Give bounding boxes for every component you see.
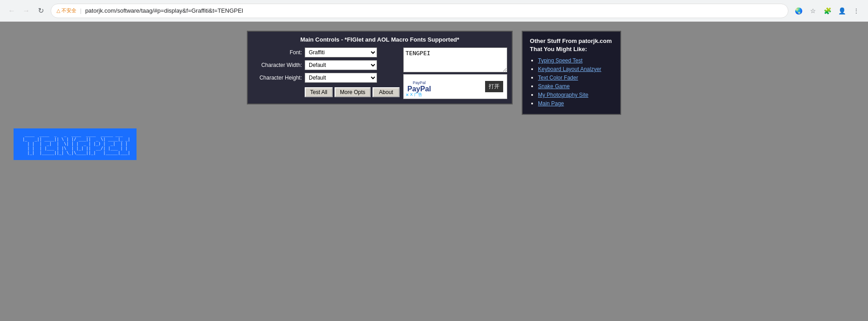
char-width-row: Character Width: Default Full Fitted <box>252 60 400 70</box>
browser-chrome: ← → ↻ △ 不安全 | patorjk.com/software/taag/… <box>0 0 868 22</box>
link-keyboard-layout[interactable]: Keyboard Layout Analzyer <box>538 66 601 72</box>
font-select[interactable]: Graffiti Standard Banner Block Bubble <box>305 47 377 57</box>
other-stuff-list: Typing Speed Test Keyboard Layout Analzy… <box>530 57 613 107</box>
link-typing-speed[interactable]: Typing Speed Test <box>538 57 583 64</box>
controls-right: TENGPEI PayPal PayPal 打开 ✕ X 广告 <box>403 47 507 99</box>
translate-button[interactable]: 🌏 <box>792 5 805 17</box>
ad-open-button[interactable]: 打开 <box>485 81 503 92</box>
security-warning: △ 不安全 <box>57 7 76 14</box>
account-icon: 👤 <box>838 7 846 14</box>
main-controls-title: Main Controls - *FIGlet and AOL Macro Fo… <box>252 36 507 43</box>
page-content: Main Controls - *FIGlet and AOL Macro Fo… <box>0 22 868 321</box>
url-separator: | <box>80 7 81 14</box>
link-photography-site[interactable]: My Photography Site <box>538 92 588 98</box>
forward-button[interactable]: → <box>20 5 33 17</box>
bookmark-button[interactable]: ☆ <box>807 5 819 17</box>
link-snake-game[interactable]: Snake Game <box>538 83 570 90</box>
menu-icon: ⋮ <box>853 7 859 14</box>
menu-button[interactable]: ⋮ <box>850 5 863 17</box>
other-stuff-title-text: Other Stuff From patorjk.com <box>530 38 612 44</box>
address-bar[interactable]: △ 不安全 | patorjk.com/software/taag/#p=dis… <box>51 4 788 18</box>
nav-buttons: ← → ↻ <box>5 5 47 17</box>
extensions-button[interactable]: 🧩 <box>821 5 834 17</box>
ascii-display: ____ ____ _ _ ____ ____ _____ ___ |_ _||… <box>14 128 137 160</box>
text-input[interactable]: TENGPEI <box>403 47 507 72</box>
ascii-art: ____ ____ _ _ ____ ____ _____ ___ |_ _||… <box>20 133 130 155</box>
warning-icon: △ <box>57 8 60 14</box>
list-item-photography: My Photography Site <box>538 91 613 98</box>
list-item-snake: Snake Game <box>538 83 613 90</box>
ad-logo-small: PayPal <box>413 80 426 85</box>
ad-area: PayPal PayPal 打开 ✕ X 广告 <box>403 74 507 99</box>
char-height-label: Character Height: <box>252 75 302 81</box>
account-button[interactable]: 👤 <box>835 5 848 17</box>
char-width-label: Character Width: <box>252 62 302 68</box>
ad-x-icon: ✕ <box>406 93 409 97</box>
bookmark-icon: ☆ <box>810 7 816 14</box>
ad-content: PayPal PayPal <box>407 80 431 93</box>
list-item-typing: Typing Speed Test <box>538 57 613 64</box>
link-text-color-fader[interactable]: Text Color Fader <box>538 75 578 81</box>
test-all-button[interactable]: Test All <box>305 87 333 97</box>
extensions-icon: 🧩 <box>824 7 831 14</box>
security-warning-text: 不安全 <box>61 7 76 14</box>
about-button[interactable]: About <box>373 87 400 97</box>
list-item-text-color: Text Color Fader <box>538 74 613 81</box>
other-stuff-title: Other Stuff From patorjk.com That You Mi… <box>530 37 613 53</box>
reload-button[interactable]: ↻ <box>34 5 47 17</box>
controls-row: Main Controls - *FIGlet and AOL Macro Fo… <box>9 31 859 115</box>
controls-inner: Font: Graffiti Standard Banner Block Bub… <box>252 47 507 99</box>
font-label: Font: <box>252 49 302 56</box>
font-row: Font: Graffiti Standard Banner Block Bub… <box>252 47 400 57</box>
browser-actions: 🌏 ☆ 🧩 👤 ⋮ <box>792 5 863 17</box>
back-button[interactable]: ← <box>5 5 18 17</box>
char-height-row: Character Height: Default Full Fitted <box>252 73 400 83</box>
list-item-keyboard: Keyboard Layout Analzyer <box>538 66 613 72</box>
other-stuff-panel: Other Stuff From patorjk.com That You Mi… <box>522 31 621 115</box>
ad-label: ✕ X 广告 <box>406 92 422 98</box>
other-stuff-subtitle: That You Might Like: <box>530 46 587 52</box>
url-text: patorjk.com/software/taag/#p=display&f=G… <box>85 7 783 14</box>
char-height-select[interactable]: Default Full Fitted <box>305 73 377 83</box>
main-controls-panel: Main Controls - *FIGlet and AOL Macro Fo… <box>247 31 513 104</box>
list-item-main: Main Page <box>538 100 613 107</box>
char-width-select[interactable]: Default Full Fitted <box>305 60 377 70</box>
link-main-page[interactable]: Main Page <box>538 100 564 107</box>
translate-icon: 🌏 <box>795 7 802 14</box>
more-opts-button[interactable]: More Opts <box>335 87 371 97</box>
buttons-row: Test All More Opts About <box>252 87 400 97</box>
controls-left: Font: Graffiti Standard Banner Block Bub… <box>252 47 400 99</box>
ad-label-text: X 广告 <box>410 92 422 98</box>
